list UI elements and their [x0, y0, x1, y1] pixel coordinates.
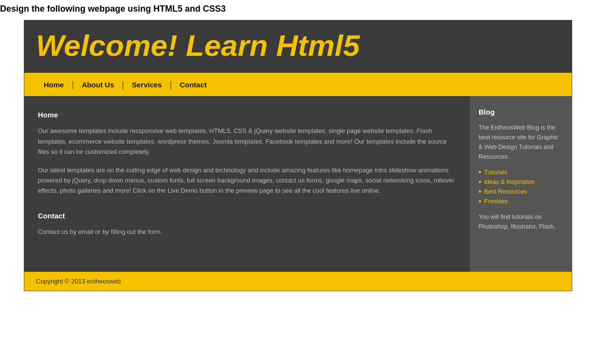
sidebar-link-tutorials[interactable]: Tutorials [479, 168, 563, 176]
sidebar-links-list: Tutorials Ideas & Inspiration Best Resou… [479, 168, 563, 205]
sidebar-link-resources[interactable]: Best Resources [479, 188, 563, 196]
sidebar-link-freebies-anchor[interactable]: Freebies [484, 198, 508, 205]
contact-section-title: Contact [38, 212, 456, 220]
nav-link-about[interactable]: About Us [74, 81, 122, 89]
sidebar-link-tutorials-anchor[interactable]: Tutorials [484, 169, 507, 176]
nav-item-about[interactable]: About Us [74, 81, 122, 89]
sidebar-link-ideas-anchor[interactable]: Ideas & Inspiration [484, 179, 535, 185]
site-title: Welcome! Learn Html5 [36, 29, 560, 62]
sidebar-title: Blog [479, 108, 563, 116]
nav-item-services[interactable]: Services [124, 81, 170, 89]
footer-text: Copyright © 2013 entheosweb [36, 278, 121, 285]
site-nav: Home | About Us | Services | Contact [24, 73, 572, 96]
page-instruction: Design the following webpage using HTML5… [0, 4, 596, 14]
sidebar-link-ideas[interactable]: Ideas & Inspiration [479, 178, 563, 186]
sidebar-intro: The EntheosWeb Blog is the best resource… [479, 123, 563, 162]
nav-item-contact[interactable]: Contact [172, 81, 215, 89]
home-paragraph-1: Our awesome templates include ressponsiv… [38, 126, 456, 157]
nav-list: Home | About Us | Services | Contact [36, 80, 215, 89]
content-area: Home Our awesome templates include ressp… [24, 96, 572, 272]
contact-paragraph-1: Contact us by email or by filling out th… [38, 227, 456, 237]
nav-link-services[interactable]: Services [124, 81, 170, 89]
contact-section: Contact Contact us by email or by fillin… [38, 212, 456, 237]
site-wrapper: Welcome! Learn Html5 Home | About Us | S… [24, 20, 572, 291]
home-section-title: Home [38, 111, 456, 119]
home-paragraph-2: Our latest templates are on the cutting … [38, 165, 456, 196]
sidebar-footer-text: You will find tutorials on Photoshop, Il… [479, 212, 563, 232]
main-content: Home Our awesome templates include ressp… [24, 96, 470, 272]
sidebar-link-resources-anchor[interactable]: Best Resources [484, 188, 527, 195]
home-section: Home Our awesome templates include ressp… [38, 111, 456, 196]
sidebar-link-freebies[interactable]: Freebies [479, 198, 563, 205]
site-header: Welcome! Learn Html5 [24, 20, 572, 73]
sidebar: Blog The EntheosWeb Blog is the best res… [470, 96, 572, 272]
nav-link-home[interactable]: Home [36, 81, 72, 89]
site-footer: Copyright © 2013 entheosweb [24, 272, 572, 291]
nav-item-home[interactable]: Home [36, 81, 72, 89]
nav-link-contact[interactable]: Contact [172, 81, 215, 89]
